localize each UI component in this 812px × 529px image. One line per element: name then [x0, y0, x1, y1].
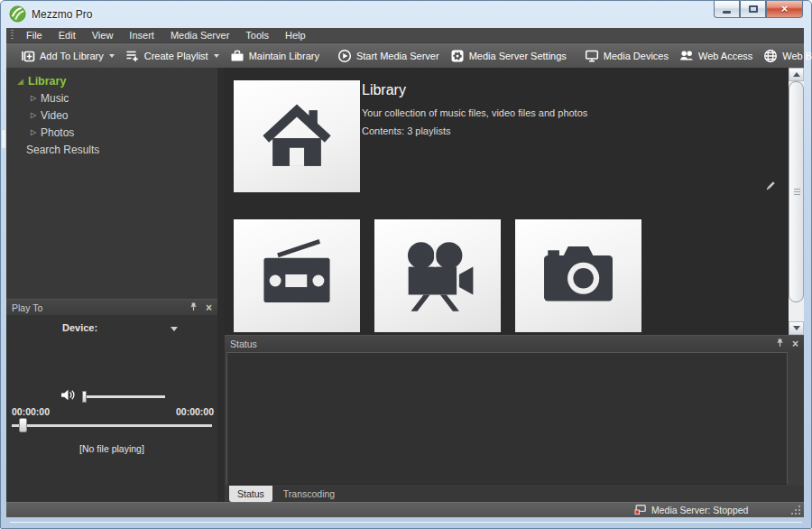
library-content: Library Your collection of music files, …: [225, 68, 804, 335]
dropdown-caret-icon[interactable]: [214, 54, 219, 58]
close-panel-icon[interactable]: ×: [206, 302, 212, 313]
start-media-server-label: Start Media Server: [356, 51, 439, 61]
arrow-down-icon: [793, 326, 800, 330]
pin-icon[interactable]: [775, 338, 785, 349]
maintain-library-button[interactable]: Maintain Library: [225, 43, 325, 68]
media-server-settings-button[interactable]: Media Server Settings: [445, 43, 572, 68]
collapsed-arrow-icon[interactable]: ▷: [31, 128, 41, 136]
status-panel-header[interactable]: Status ×: [225, 335, 804, 351]
resize-grip[interactable]: [798, 513, 800, 515]
status-panel: Status × Status Transcoding: [225, 335, 804, 502]
tree-item-photos[interactable]: ▷ Photos: [6, 124, 217, 141]
tree-item-music[interactable]: ▷ Music: [6, 89, 217, 107]
vertical-scrollbar[interactable]: [789, 68, 804, 335]
play-to-title: Play To: [12, 302, 181, 313]
library-tree: ◢ Library ▷ Music ▷ Video ▷ Photos: [6, 68, 217, 299]
media-server-status: Media Server: Stopped: [634, 503, 748, 517]
library-description: Your collection of music files, video fi…: [362, 107, 587, 118]
tree-item-library[interactable]: ◢ Library: [6, 72, 217, 89]
menu-help[interactable]: Help: [277, 28, 314, 42]
media-server-status-text: Media Server: Stopped: [651, 505, 748, 515]
music-tile[interactable]: [234, 219, 360, 332]
dropdown-caret-icon[interactable]: [109, 54, 115, 58]
menubar-grip[interactable]: [11, 30, 14, 41]
media-devices-button[interactable]: Media Devices: [579, 43, 674, 68]
status-tabs: Status Transcoding: [225, 486, 804, 502]
volume-control: [60, 387, 165, 406]
tree-label[interactable]: Photos: [41, 126, 74, 139]
edit-pencil-icon[interactable]: [763, 180, 777, 193]
device-dropdown-caret-icon[interactable]: [171, 327, 178, 331]
menu-tools[interactable]: Tools: [237, 28, 277, 42]
create-playlist-icon: [125, 49, 140, 63]
video-camera-icon: [397, 234, 478, 319]
tab-transcoding[interactable]: Transcoding: [275, 486, 343, 502]
library-tiles: [234, 219, 641, 332]
seek-slider-thumb[interactable]: [19, 418, 27, 432]
menu-view[interactable]: View: [84, 28, 122, 42]
media-server-settings-label: Media Server Settings: [469, 51, 567, 61]
menu-edit[interactable]: Edit: [51, 28, 84, 42]
scrollbar-thumb[interactable]: [789, 81, 804, 302]
media-server-settings-icon: [450, 49, 465, 63]
play-to-header[interactable]: Play To ×: [6, 299, 217, 315]
device-label: Device:: [62, 322, 97, 333]
tree-item-search-results[interactable]: Search Results: [6, 141, 217, 158]
titlebar[interactable]: Mezzmo Pro ×: [1, 1, 811, 28]
tree-label[interactable]: Search Results: [26, 144, 99, 156]
toolbar: Add To Library Create Playlist: [6, 43, 804, 68]
photo-camera-icon: [538, 234, 619, 319]
sidebar-splitter[interactable]: [217, 68, 225, 502]
photos-tile[interactable]: [515, 219, 641, 332]
add-to-library-button[interactable]: Add To Library: [15, 43, 120, 68]
maintain-library-icon: [230, 49, 245, 63]
tab-status[interactable]: Status: [229, 486, 272, 502]
web-access-button[interactable]: Web Access: [674, 43, 758, 68]
scroll-up-button[interactable]: [789, 68, 804, 81]
app-client-area: File Edit View Insert Media Server Tools…: [6, 28, 804, 517]
collapsed-arrow-icon[interactable]: ▷: [31, 94, 41, 102]
status-panel-title: Status: [230, 339, 768, 349]
library-hero-tile[interactable]: [234, 80, 360, 192]
mezzmo-logo-icon: [9, 5, 26, 23]
close-button[interactable]: ×: [766, 1, 803, 18]
tree-label[interactable]: Video: [41, 109, 68, 122]
expanded-arrow-icon[interactable]: ◢: [17, 77, 28, 86]
create-playlist-button[interactable]: Create Playlist: [120, 43, 225, 68]
pin-icon[interactable]: [189, 302, 198, 313]
library-contents-count: Contents: 3 playlists: [362, 125, 450, 136]
tree-label[interactable]: Library: [28, 75, 66, 88]
volume-slider[interactable]: [82, 395, 165, 398]
video-tile[interactable]: [374, 219, 501, 332]
add-to-library-label: Add To Library: [40, 51, 104, 61]
play-to-panel: Play To × Device:: [6, 299, 217, 502]
play-to-body: Device:: [6, 315, 217, 502]
tree-label[interactable]: Music: [41, 92, 69, 105]
start-media-server-button[interactable]: Start Media Server: [332, 43, 445, 68]
volume-slider-thumb[interactable]: [82, 391, 87, 403]
sidebar: ◢ Library ▷ Music ▷ Video ▷ Photos: [6, 68, 217, 502]
collapsed-arrow-icon[interactable]: ▷: [31, 111, 41, 119]
media-server-stopped-icon: [634, 504, 647, 517]
start-media-server-icon: [337, 49, 352, 63]
scroll-down-button[interactable]: [789, 321, 804, 335]
app-window: Mezzmo Pro × File Edit View Insert Media…: [0, 0, 812, 529]
maximize-button[interactable]: [740, 1, 766, 18]
seek-slider[interactable]: [12, 424, 212, 427]
radio-icon: [256, 234, 337, 319]
web-access-label: Web Access: [698, 51, 752, 61]
web-browser-label: Web Browser: [782, 51, 812, 61]
workspace: ◢ Library ▷ Music ▷ Video ▷ Photos: [6, 68, 804, 502]
close-panel-icon[interactable]: ×: [792, 339, 798, 349]
menu-media-server[interactable]: Media Server: [162, 28, 237, 42]
menu-insert[interactable]: Insert: [121, 28, 162, 42]
media-devices-icon: [585, 49, 599, 63]
home-icon: [258, 96, 336, 177]
tree-item-video[interactable]: ▷ Video: [6, 107, 217, 124]
left-border-notch: [2, 130, 5, 148]
status-bar: Media Server: Stopped: [6, 502, 804, 517]
web-browser-icon: [763, 49, 778, 63]
minimize-button[interactable]: [714, 1, 740, 18]
web-browser-button[interactable]: Web Browser: [758, 43, 812, 68]
menu-file[interactable]: File: [18, 28, 51, 42]
